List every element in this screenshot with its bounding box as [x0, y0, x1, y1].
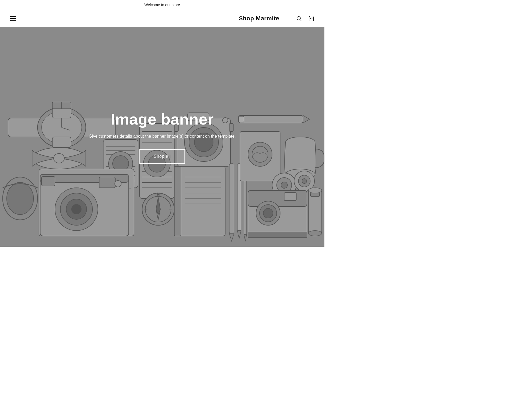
svg-rect-43	[239, 115, 303, 123]
header-left	[8, 14, 18, 23]
search-button[interactable]	[294, 13, 304, 24]
header-center: Shop Marmite	[239, 15, 279, 22]
svg-point-66	[7, 182, 34, 215]
svg-point-102	[308, 188, 322, 193]
hero-banner: N	[0, 27, 324, 247]
svg-rect-77	[42, 177, 55, 186]
menu-line	[10, 16, 16, 17]
svg-rect-95	[248, 190, 307, 207]
svg-point-103	[308, 231, 322, 236]
shop-all-button[interactable]: Shop all	[139, 149, 185, 164]
svg-point-14	[54, 153, 64, 163]
svg-rect-99	[284, 193, 296, 201]
store-logo[interactable]: Shop Marmite	[239, 15, 279, 22]
announcement-bar: Welcome to our store	[0, 0, 324, 10]
hero-title: Image banner	[89, 110, 236, 128]
svg-point-93	[302, 179, 307, 183]
site-header: Shop Marmite	[0, 10, 324, 27]
menu-button[interactable]	[8, 14, 18, 23]
svg-point-98	[263, 208, 273, 218]
svg-point-78	[115, 181, 121, 187]
svg-rect-10	[52, 137, 71, 148]
hero-subtitle: Give customers details about the banner …	[89, 133, 236, 140]
svg-rect-76	[99, 177, 115, 188]
announcement-text: Welcome to our store	[145, 3, 180, 7]
menu-line	[10, 18, 16, 19]
svg-point-0	[297, 16, 301, 20]
svg-rect-104	[310, 193, 320, 196]
svg-point-90	[281, 182, 287, 188]
cart-button[interactable]	[306, 13, 316, 24]
svg-rect-47	[174, 166, 181, 236]
hero-content: Image banner Give customers details abou…	[83, 99, 241, 175]
search-icon	[296, 16, 302, 21]
svg-rect-101	[308, 190, 322, 233]
svg-rect-100	[248, 232, 307, 237]
header-right	[294, 13, 316, 24]
svg-line-1	[300, 20, 301, 21]
svg-text:N: N	[157, 192, 160, 196]
cart-icon	[308, 16, 314, 21]
menu-line	[10, 20, 16, 21]
svg-point-75	[72, 204, 81, 214]
